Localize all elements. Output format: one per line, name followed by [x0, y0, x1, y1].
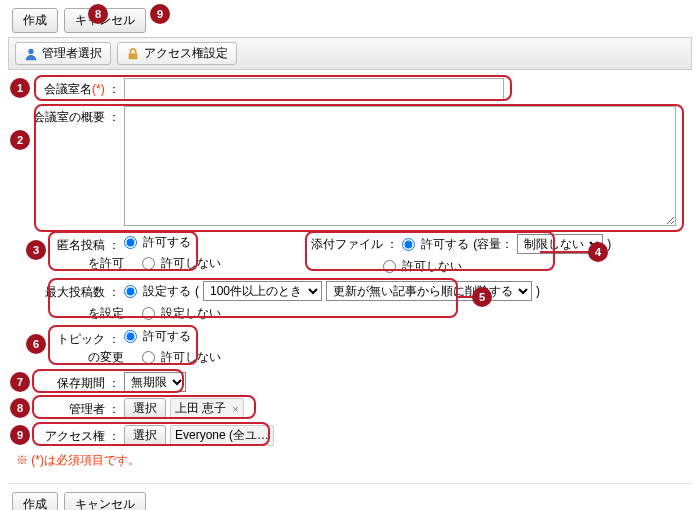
room-name-input[interactable]: [124, 78, 504, 100]
topic-disallow-label: 許可しない: [161, 349, 221, 366]
attach-label: 添付ファイル ：: [311, 236, 398, 253]
maxposts-sub-label: を設定: [88, 305, 124, 322]
admin-select-mini-button[interactable]: 選択: [124, 398, 166, 419]
access-tag[interactable]: Everyone (全ユ…: [170, 425, 274, 446]
admin-tag-label: 上田 恵子: [175, 400, 226, 417]
room-desc-label: 会議室の概要 ：: [12, 106, 124, 126]
admin-select-button[interactable]: 管理者選択: [15, 42, 111, 65]
maxposts-set-label: 設定する: [143, 283, 191, 300]
anon-allow-label: 許可する: [143, 234, 191, 251]
maxposts-notset-label: 設定しない: [161, 305, 221, 322]
attach-allow-radio[interactable]: [402, 238, 415, 251]
cancel-button-bottom[interactable]: キャンセル: [64, 492, 146, 510]
anon-sub-label: を許可: [88, 255, 124, 272]
cancel-button[interactable]: キャンセル: [64, 8, 146, 33]
maxposts-action-select[interactable]: 更新が無い記事から順に削除する: [326, 281, 532, 301]
create-button[interactable]: 作成: [12, 8, 58, 33]
anon-allow-radio[interactable]: [124, 236, 137, 249]
required-note: ※ (*)は必須項目です。: [16, 452, 684, 469]
admin-tag[interactable]: 上田 恵子 ×: [170, 398, 244, 419]
attach-disallow-radio[interactable]: [383, 260, 396, 273]
anon-disallow-label: 許可しない: [161, 255, 221, 272]
attach-capacity-label: (容量：: [473, 236, 513, 253]
access-settings-button[interactable]: アクセス権設定: [117, 42, 237, 65]
admin-tag-remove-icon[interactable]: ×: [232, 403, 238, 415]
svg-point-0: [28, 48, 33, 53]
retention-label: 保存期間 ：: [12, 372, 124, 392]
topic-disallow-radio[interactable]: [142, 351, 155, 364]
lock-gear-icon: [126, 47, 140, 61]
attach-disallow-label: 許可しない: [402, 258, 462, 275]
anon-disallow-radio[interactable]: [142, 257, 155, 270]
divider: [8, 483, 692, 484]
room-desc-input[interactable]: [124, 106, 676, 226]
callout-2: 2: [10, 130, 30, 150]
admin-select-label: 管理者選択: [42, 45, 102, 62]
access-tag-label: Everyone (全ユ…: [175, 427, 269, 444]
person-icon: [24, 47, 38, 61]
retention-select[interactable]: 無期限: [124, 372, 186, 392]
maxposts-set-radio[interactable]: [124, 285, 137, 298]
maxposts-notset-radio[interactable]: [142, 307, 155, 320]
topic-allow-radio[interactable]: [124, 330, 137, 343]
access-select-mini-button[interactable]: 選択: [124, 425, 166, 446]
room-name-label: 会議室名(*) ：: [12, 78, 124, 98]
maxposts-when-select[interactable]: 100件以上のとき: [203, 281, 322, 301]
topic-allow-label: 許可する: [143, 328, 191, 345]
create-button-bottom[interactable]: 作成: [12, 492, 58, 510]
toolbar: 管理者選択 アクセス権設定: [8, 37, 692, 70]
admin-label: 管理者 ：: [12, 398, 124, 418]
topic-sub-label: の変更: [88, 349, 124, 366]
topic-label: トピック ：: [12, 328, 124, 348]
attach-allow-label: 許可する: [421, 236, 469, 253]
maxposts-label: 最大投稿数 ：: [12, 281, 124, 301]
access-settings-label: アクセス権設定: [144, 45, 228, 62]
svg-rect-1: [129, 53, 138, 59]
access-label: アクセス権 ：: [12, 425, 124, 445]
anon-label: 匿名投稿 ：: [12, 234, 124, 254]
